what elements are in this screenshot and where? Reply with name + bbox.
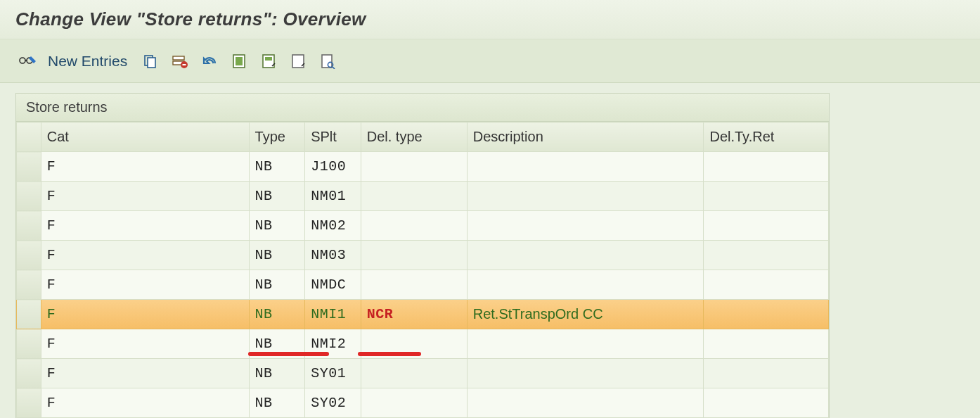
table-header-row: Cat Type SPlt Del. type Description Del.… [17,122,829,152]
cell-splt[interactable]: NM02 [305,211,361,241]
table-row[interactable]: FNBNM02 [17,211,829,241]
store-returns-table: Cat Type SPlt Del. type Description Del.… [16,122,829,418]
cell-type[interactable]: NB [249,241,305,270]
select-block-icon [262,53,276,69]
cell-desc[interactable] [467,152,704,182]
row-selector[interactable] [17,241,41,270]
cell-type[interactable]: NB [249,152,305,182]
cell-splt[interactable]: NMI1 [305,300,361,329]
table-row[interactable]: FNBNM03 [17,241,829,270]
table-row[interactable]: FNBNMI1NCRRet.StTranspOrd CC [17,300,829,329]
cell-del[interactable] [361,329,467,359]
undo-button[interactable] [199,51,220,72]
cell-del[interactable]: NCR [361,300,467,329]
cell-type[interactable]: NB [249,182,305,211]
cell-ret[interactable] [704,152,829,182]
table-row[interactable]: FNBNMDC [17,270,829,300]
cell-type[interactable]: NB [249,329,305,359]
table-row[interactable]: FNBSY01 [17,359,829,388]
cell-ret[interactable] [704,329,829,359]
cell-del[interactable] [361,152,467,182]
cell-type[interactable]: NB [249,270,305,300]
cell-desc[interactable]: Ret.StTranspOrd CC [467,300,704,329]
select-all-icon [232,53,246,69]
row-selector[interactable] [17,359,41,388]
cell-ret[interactable] [704,359,829,388]
cell-desc[interactable] [467,211,704,241]
cell-del[interactable] [361,211,467,241]
cell-cat[interactable]: F [41,211,249,241]
col-del[interactable]: Del. type [361,122,467,152]
row-selector[interactable] [17,152,41,182]
cell-ret[interactable] [704,270,829,300]
cell-del[interactable] [361,270,467,300]
cell-splt[interactable]: SY02 [305,388,361,418]
cell-type[interactable]: NB [249,300,305,329]
cell-desc[interactable] [467,241,704,270]
cell-desc[interactable] [467,329,704,359]
cell-ret[interactable] [704,241,829,270]
row-selector[interactable] [17,270,41,300]
page-title: Change View "Store returns": Overview [15,8,366,30]
new-entries-button[interactable]: New Entries [48,53,127,70]
table-row[interactable]: FNBJ100 [17,152,829,182]
cell-splt[interactable]: NMDC [305,270,361,300]
cell-cat[interactable]: F [41,329,249,359]
cell-del[interactable] [361,182,467,211]
cell-cat[interactable]: F [41,241,249,270]
toggle-display-change-button[interactable] [17,51,38,72]
cell-type[interactable]: NB [249,211,305,241]
cell-ret[interactable] [704,388,829,418]
select-all-button[interactable] [228,51,250,72]
cell-cat[interactable]: F [41,270,249,300]
select-block-button[interactable] [258,51,279,72]
cell-del[interactable] [361,359,467,388]
cell-splt[interactable]: J100 [305,152,361,182]
deselect-all-button[interactable] [288,51,309,72]
glasses-pencil-icon [18,53,37,69]
col-desc[interactable]: Description [467,122,704,152]
cell-type[interactable]: NB [249,359,305,388]
cell-del[interactable] [361,241,467,270]
cell-type[interactable]: NB [249,388,305,418]
title-bar: Change View "Store returns": Overview [0,0,980,39]
col-type[interactable]: Type [249,122,305,152]
cell-splt[interactable]: NMI2 [305,329,361,359]
cell-cat[interactable]: F [41,182,249,211]
store-returns-panel: Store returns Cat Type SPlt Del. type De… [15,93,830,418]
table-row[interactable]: FNBSY02 [17,388,829,418]
row-selector[interactable] [17,182,41,211]
deselect-all-icon [291,53,305,69]
col-ret[interactable]: Del.Ty.Ret [704,122,829,152]
copy-as-button[interactable] [140,51,161,72]
table-row[interactable]: FNBNM01 [17,182,829,211]
cell-splt[interactable]: SY01 [305,359,361,388]
row-selector[interactable] [17,300,41,329]
cell-desc[interactable] [467,388,704,418]
cell-desc[interactable] [467,182,704,211]
cell-ret[interactable] [704,211,829,241]
cell-desc[interactable] [467,270,704,300]
cell-cat[interactable]: F [41,300,249,329]
cell-splt[interactable]: NM01 [305,182,361,211]
table-row[interactable]: FNBNMI2 [17,329,829,359]
copy-icon [143,53,158,69]
cell-splt[interactable]: NM03 [305,241,361,270]
cell-del[interactable] [361,388,467,418]
cell-ret[interactable] [704,300,829,329]
row-selector[interactable] [17,388,41,418]
cell-cat[interactable]: F [41,359,249,388]
svg-rect-3 [148,58,155,68]
row-selector[interactable] [17,211,41,241]
row-selector[interactable] [17,329,41,359]
delete-button[interactable] [169,51,191,72]
col-splt[interactable]: SPlt [305,122,361,152]
cell-desc[interactable] [467,359,704,388]
col-select[interactable] [17,122,41,152]
config-button[interactable] [317,51,338,72]
cell-cat[interactable]: F [41,152,249,182]
cell-cat[interactable]: F [41,388,249,418]
cell-ret[interactable] [704,182,829,211]
col-cat[interactable]: Cat [41,122,249,152]
svg-rect-8 [236,57,243,65]
